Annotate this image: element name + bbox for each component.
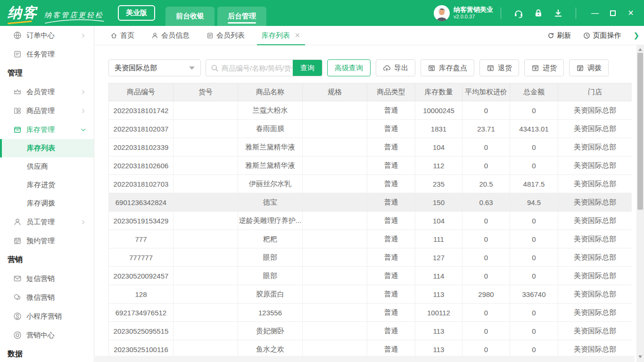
edition-badge[interactable]: 美业版 (118, 5, 155, 21)
page-tab[interactable]: 会员信息 (147, 26, 194, 45)
sidebar-item-label: 订单中心 (26, 31, 55, 40)
table-cell: 0 (510, 304, 558, 322)
page-tab[interactable]: 会员列表 (202, 26, 249, 45)
table-row[interactable]: 128胶原蛋白普通1132980336740美资国际总部 (109, 285, 632, 304)
toolbar-action-button[interactable]: 调拨 (569, 59, 609, 76)
page-operations-button[interactable]: 页面操作 (583, 31, 621, 40)
toolbar-action-button[interactable]: 导出 (376, 59, 415, 76)
table-header-cell[interactable]: 货号 (173, 83, 238, 101)
sidebar-item[interactable]: 微信营销 (0, 288, 94, 307)
table-cell: 113 (415, 285, 462, 304)
download-icon[interactable] (553, 8, 563, 18)
chevron-right-icon (80, 219, 86, 225)
headset-icon[interactable] (513, 8, 524, 18)
header-nav-tab[interactable]: 后台管理 (217, 7, 266, 26)
scroll-up-arrow[interactable] (636, 46, 644, 53)
mail-icon (13, 274, 22, 283)
close-tab-icon[interactable]: ✕ (295, 32, 300, 39)
table-row[interactable]: 20230525095515贵妃侧卧普通11300美资国际总部 (109, 322, 632, 340)
tabbar-expand-chevron[interactable]: ❯ (633, 31, 639, 40)
page-tab[interactable]: 库存列表✕ (257, 26, 305, 45)
table-row[interactable]: 20220318102339雅斯兰黛精华液普通10400美资国际总部 (109, 138, 632, 156)
avatar[interactable] (434, 5, 450, 21)
search-button[interactable]: 查询 (293, 59, 322, 76)
table-row[interactable]: 777777眼部普通12700美资国际总部 (109, 248, 632, 267)
table-cell: 美资国际总部 (558, 138, 632, 156)
table-header-cell[interactable]: 商品名称 (238, 83, 303, 101)
table-header-cell[interactable]: 平均加权进价 (462, 83, 510, 101)
sidebar-item-label: 短信营销 (26, 274, 55, 283)
sidebar-item[interactable]: 小程序营销 (0, 307, 94, 326)
slogan-underline (44, 19, 105, 24)
store-select[interactable]: 美资国际总部 (108, 59, 201, 76)
close-button[interactable]: ✕ (624, 7, 637, 20)
sidebar-item[interactable]: 员工管理 (0, 213, 94, 231)
table-row[interactable]: 20220318102606雅斯兰黛精华液普通11200美资国际总部 (109, 156, 632, 175)
sidebar-item[interactable]: 商品管理 (0, 101, 94, 120)
sidebar-subitem[interactable]: 库存列表 (0, 139, 94, 157)
sidebar-subitem[interactable]: 供应商 (0, 157, 94, 176)
person-icon (13, 218, 22, 226)
toolbar-action-button[interactable]: 库存盘点 (421, 59, 474, 76)
search-input[interactable] (222, 64, 293, 72)
header-nav-tab[interactable]: 前台收银 (165, 7, 215, 26)
sidebar-item[interactable]: 任务管理 (0, 45, 94, 64)
table-header-cell[interactable]: 规格 (303, 83, 367, 101)
table-cell: 4817.5 (510, 175, 558, 193)
lock-icon[interactable] (533, 8, 544, 18)
refresh-button[interactable]: 刷新 (547, 31, 571, 40)
toolbar-action-button[interactable]: 进货 (524, 59, 564, 76)
table-header-cell[interactable]: 库存数量 (415, 83, 462, 101)
sidebar-item[interactable]: 会员管理 (0, 82, 94, 101)
table-cell: 美资国际总部 (558, 212, 632, 230)
table-cell: 777 (109, 230, 173, 248)
minimize-button[interactable]: — (588, 7, 602, 20)
table-row[interactable]: 20220318102037春雨面膜普通183123.7143413.01美资国… (109, 120, 632, 138)
table-cell: 6921734976512 (109, 304, 173, 322)
sidebar-subitem[interactable]: 库存调拨 (0, 194, 94, 213)
scroll-down-arrow[interactable] (636, 354, 644, 360)
table-header-cell[interactable]: 商品编号 (109, 83, 173, 101)
table-cell: 0 (510, 230, 558, 248)
table-row[interactable]: 20220318102703伊丽丝尔水乳普通23520.54817.5美资国际总… (109, 175, 632, 193)
sidebar-item[interactable]: 库存管理 (0, 120, 94, 139)
user-info[interactable]: 纳客营销美业 v2.0.0.37 (454, 6, 493, 20)
sidebar-item[interactable]: 订单中心 (0, 26, 94, 45)
vertical-scrollbar[interactable] (636, 45, 644, 362)
sidebar-item[interactable]: 预约管理 (0, 231, 94, 250)
advanced-search-button[interactable]: 高级查询 (327, 59, 371, 76)
table-row[interactable]: 20220318101742兰蔻大粉水普通1000024500美资国际总部 (109, 101, 632, 120)
sidebar-item[interactable]: 短信营销 (0, 269, 94, 288)
page-tab[interactable]: 首页 (106, 26, 139, 45)
table-cell: 美资国际总部 (558, 304, 632, 322)
table-row[interactable]: 20230520092457眼部普通11400美资国际总部 (109, 267, 632, 285)
table-cell: 0 (510, 267, 558, 285)
toolbar-action-button[interactable]: 退货 (479, 59, 519, 76)
table-cell: 普通 (367, 212, 415, 230)
table-cell: 0 (462, 304, 510, 322)
inventory-icon (13, 125, 22, 134)
table-row[interactable]: 6921734976512123556普通10011200美资国际总部 (109, 304, 632, 322)
table-header-cell[interactable]: 总金额 (510, 83, 558, 101)
table-row[interactable]: 777粑粑普通11100美资国际总部 (109, 230, 632, 248)
table-cell (173, 230, 238, 248)
table-cell: 0 (462, 212, 510, 230)
table-row[interactable]: 20230519153429逆龄美雕理疗养护...普通10400美资国际总部 (109, 212, 632, 230)
table-cell: 美资国际总部 (558, 101, 632, 120)
sidebar-item-label: 任务管理 (26, 50, 55, 59)
table-cell (173, 322, 238, 340)
table-cell: 0 (462, 230, 510, 248)
scrollbar-thumb[interactable] (637, 53, 643, 210)
maximize-button[interactable] (606, 7, 619, 20)
table-header-cell[interactable]: 商品类型 (367, 83, 415, 101)
table-header-cell[interactable]: 门店 (558, 83, 632, 101)
table-cell (303, 120, 367, 138)
table-row[interactable]: 20230525100116鱼水之欢普通11300美资国际总部 (109, 340, 632, 356)
table-cell: 104 (415, 138, 462, 156)
sidebar-subitem[interactable]: 库存进货 (0, 176, 94, 194)
table-cell: 20230525095515 (109, 322, 173, 340)
sidebar-item[interactable]: 营销中心 (0, 326, 94, 345)
table-cell: 0 (510, 212, 558, 230)
table-cell: 20220318102703 (109, 175, 173, 193)
table-row[interactable]: 6901236342824德宝普通1500.6394.5美资国际总部 (109, 193, 632, 212)
